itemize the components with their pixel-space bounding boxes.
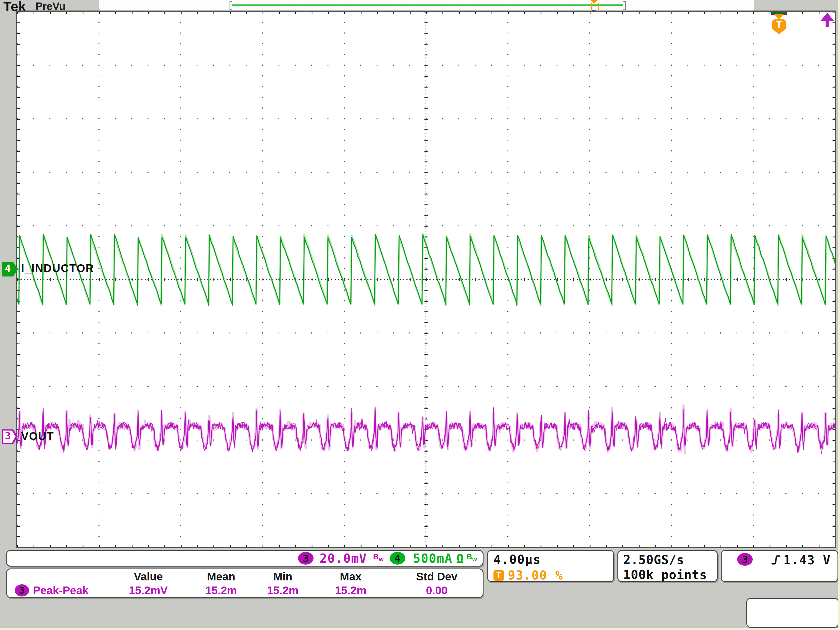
meas-header-min: Min <box>255 570 311 583</box>
trigger-source-badge[interactable]: 3 <box>737 553 753 566</box>
screen-edge-right <box>838 0 840 630</box>
trigger-readout-box: 3 1.43 V <box>721 550 838 582</box>
meas-max: 15.2m <box>311 583 391 598</box>
measurement-header-row: Value Mean Min Max Std Dev <box>7 570 483 583</box>
measurement-row: 3 Peak-Peak 15.2mV 15.2m 15.2m 15.2m 0.0… <box>7 583 483 598</box>
ch3-label: VOUT <box>21 430 54 443</box>
meas-min: 15.2m <box>255 583 311 598</box>
meas-name: Peak-Peak <box>33 583 88 598</box>
waveform-canvas <box>17 12 835 547</box>
meas-value: 15.2mV <box>109 583 187 598</box>
acquisition-status: PreVu <box>35 0 65 13</box>
ch4-bandwidth-icon: BW <box>467 553 477 564</box>
meas-header-mean: Mean <box>187 570 255 583</box>
ch4-marker-number: 4 <box>2 263 14 274</box>
ch4-scale[interactable]: 500mA <box>413 551 452 565</box>
meas-header-stddev: Std Dev <box>391 570 483 583</box>
ch3-bandwidth-icon: BW <box>373 553 384 564</box>
ch3-badge[interactable]: 3 <box>298 552 314 565</box>
meas-mean: 15.2m <box>187 583 255 598</box>
sample-rate: 2.50GS/s <box>623 553 717 567</box>
ch3-marker-number: 3 <box>2 430 14 441</box>
record-trigger-position-marker <box>591 3 599 10</box>
ch3-position-marker[interactable]: 3 <box>2 429 18 444</box>
record-view-right-bracket <box>623 1 626 10</box>
ch4-badge[interactable]: 4 <box>390 552 405 565</box>
ch3-scale[interactable]: 20.0mV <box>320 551 367 565</box>
ch4-position-marker[interactable]: 4 <box>2 262 18 277</box>
meas-header-spacer <box>7 570 109 583</box>
record-length: 100k points <box>623 567 717 582</box>
rising-edge-icon <box>771 554 781 567</box>
channel-readout-bar: 3 20.0mV BW 4 500mA Ω BW <box>6 550 483 567</box>
record-trigger-position-marker-base <box>592 10 596 11</box>
meas-header-value: Value <box>109 570 187 583</box>
trigger-position-arrow-icon <box>775 14 783 20</box>
measurement-table: Value Mean Min Max Std Dev 3 Peak-Peak 1… <box>6 569 483 598</box>
record-view-waveform-line <box>232 4 623 6</box>
trigger-position-percent[interactable]: 93.00 % <box>508 568 563 582</box>
horizontal-readout-box: 4.00µs T 93.00 % <box>487 550 614 582</box>
trigger-t-icon: T <box>493 570 504 581</box>
screen-edge-bottom <box>0 628 840 630</box>
datetime-box: 19 Oct 2020 14:08:44 <box>746 598 839 628</box>
timebase-value[interactable]: 4.00µs <box>493 553 613 567</box>
trigger-level[interactable]: 1.43 V <box>783 553 831 567</box>
trigger-t-letter: T <box>776 19 782 30</box>
meas-stddev: 0.00 <box>391 583 483 598</box>
meas-source-badge: 3 <box>15 584 29 597</box>
ch4-label: I_INDUCTOR <box>21 262 94 274</box>
ch4-impedance: Ω <box>456 551 464 565</box>
acquisition-readout-box: 2.50GS/s 100k points <box>617 550 718 582</box>
meas-header-max: Max <box>311 570 391 583</box>
trigger-level-offscreen-arrow-icon <box>820 13 834 28</box>
